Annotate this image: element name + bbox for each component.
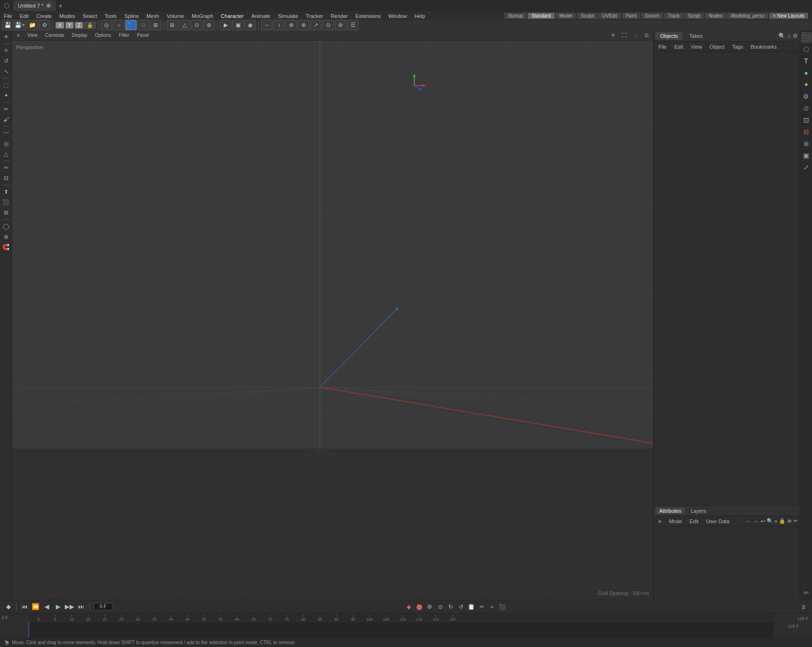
modeling-preset-label[interactable]: Modeling_perso — [727, 13, 768, 19]
vp-display-btn[interactable]: Display — [69, 31, 90, 40]
fill-btn[interactable]: ⬛ — [1, 198, 11, 207]
pinch-btn[interactable]: △ — [1, 149, 11, 159]
attr-userdata-btn[interactable]: User Data — [703, 518, 733, 525]
attr-menu-btn[interactable]: ≡ — [655, 518, 664, 525]
extrude-btn[interactable]: ⬆ — [1, 187, 11, 197]
transport-autokey-btn[interactable]: ⬤ — [415, 602, 424, 612]
menu-volume[interactable]: Volume — [163, 11, 188, 21]
layout-tab-script[interactable]: Script — [684, 13, 704, 19]
vp-more-btn[interactable]: ⋮ — [630, 31, 641, 40]
vp-menu-btn[interactable]: ≡ — [14, 31, 23, 40]
transport-cut-btn[interactable]: ✂ — [477, 602, 487, 612]
transport-clip-btn[interactable]: 📋 — [467, 602, 476, 612]
icon-field-btn[interactable]: ⊘ — [801, 103, 812, 113]
transport-diamond-btn[interactable]: ◆ — [4, 602, 13, 612]
transport-prev-key-btn[interactable]: ⏪ — [31, 602, 40, 612]
layout-tab-standard[interactable]: Standard — [528, 13, 555, 19]
transport-play-btn[interactable]: ▶ — [53, 602, 63, 612]
menu-tracker[interactable]: Tracker — [302, 11, 327, 21]
layout-tab-startup[interactable]: Startup — [504, 13, 527, 19]
grab-btn[interactable]: ◎ — [1, 139, 11, 148]
menu-window[interactable]: Window — [384, 11, 410, 21]
icon-pen-btn[interactable]: ✏ — [801, 587, 812, 598]
panel-tags-btn[interactable]: Tags — [729, 43, 746, 50]
transport-goto-end-btn[interactable]: ⏭ — [76, 602, 86, 612]
attr-mode-btn[interactable]: Mode — [666, 518, 685, 525]
menu-mograph[interactable]: MoGraph — [188, 11, 217, 21]
transport-stop-btn[interactable]: ⬛ — [498, 602, 507, 612]
mode-obj-btn[interactable]: ○ — [113, 20, 124, 30]
add-tab-btn[interactable]: + — [56, 1, 65, 10]
icon-mograph-btn[interactable]: ⊟ — [801, 127, 812, 137]
panel-object-btn[interactable]: Object — [707, 43, 727, 50]
axis-x-btn[interactable]: ↔ — [261, 20, 272, 30]
layout-tab-groom[interactable]: Groom — [641, 13, 664, 19]
attr-lock-icon[interactable]: 🔒 — [779, 518, 786, 524]
menu-create[interactable]: Create — [33, 11, 56, 21]
attr-edit-btn[interactable]: Edit — [687, 518, 701, 525]
transport-prev-frame-btn[interactable]: ◀ — [42, 602, 52, 612]
mode-texture-btn[interactable]: □ — [138, 20, 149, 30]
mode-active-btn[interactable]: 🔵 — [125, 20, 137, 30]
panel-edit-btn[interactable]: Edit — [672, 43, 686, 50]
attr-return-icon[interactable]: ↩ — [760, 518, 765, 525]
attr-back-icon[interactable]: ← — [746, 518, 752, 525]
menu-mesh[interactable]: Mesh — [143, 11, 163, 21]
transport-motion-btn[interactable]: ≈ — [488, 602, 497, 612]
coord-x-btn[interactable]: X — [55, 22, 64, 29]
menu-help[interactable]: Help — [410, 11, 429, 21]
axis-btn[interactable]: ⊕ — [203, 20, 215, 30]
iron-btn[interactable]: ⊟ — [1, 173, 11, 183]
transport-goto-start-btn[interactable]: ⏮ — [19, 602, 29, 612]
rotate-tool-btn[interactable]: ↺ — [1, 56, 11, 66]
coord-z-btn[interactable]: Z — [75, 22, 83, 29]
layout-tab-nodes[interactable]: Nodes — [705, 13, 726, 19]
attr-eye-icon[interactable]: 👁 — [787, 518, 792, 524]
menu-character[interactable]: Character — [217, 11, 247, 21]
panel-bookmarks-btn[interactable]: Bookmarks — [748, 43, 779, 50]
snap2-btn[interactable]: △ — [179, 20, 190, 30]
render-region-btn[interactable]: ▣ — [232, 20, 244, 30]
icon-cube-btn[interactable]: ⬡ — [801, 44, 812, 54]
weld-btn[interactable]: ⊞ — [1, 208, 11, 217]
center-btn[interactable]: ⊚ — [335, 20, 346, 30]
vp-cameras-btn[interactable]: Cameras — [42, 31, 67, 40]
menu-file[interactable]: File — [0, 11, 16, 21]
mode-model-btn[interactable]: ◎ — [101, 20, 112, 30]
icon-generator-btn[interactable]: ⊡ — [801, 115, 812, 125]
menu-extensions[interactable]: Extensions — [351, 11, 384, 21]
tab-objects[interactable]: Objects — [655, 32, 682, 40]
vp-fullscreen-btn[interactable]: ⛶ — [619, 31, 629, 40]
smooth-btn[interactable]: 〰 — [1, 129, 11, 138]
menu-edit[interactable]: Edit — [16, 11, 33, 21]
transport-timeline-btn[interactable]: ⧖ — [799, 602, 808, 612]
tab-takes[interactable]: Takes — [684, 32, 707, 40]
layout-tab-uvedit[interactable]: UVEdit — [599, 13, 621, 19]
vp-filter-btn[interactable]: Filter — [116, 31, 132, 40]
edge-cut-btn[interactable]: ✂ — [1, 163, 11, 173]
icon-select-btn[interactable]: ⬛ — [801, 32, 812, 43]
layout-tab-sculpt[interactable]: Sculpt — [577, 13, 598, 19]
normal-btn[interactable]: ↗ — [310, 20, 322, 30]
menu-simulate[interactable]: Simulate — [274, 11, 302, 21]
coord-lock-btn[interactable]: 🔒 — [84, 22, 96, 29]
panel-search-icon[interactable]: 🔍 — [778, 33, 786, 39]
toolbar-render-settings-btn[interactable]: ⚙ — [39, 20, 50, 30]
icon-light-btn[interactable]: ✦ — [801, 79, 812, 90]
viewport-canvas[interactable]: Perspective — [12, 41, 653, 600]
magnet-btn[interactable]: 🧲 — [1, 242, 11, 252]
layout-tab-track[interactable]: Track — [664, 13, 683, 19]
transport-sync-btn[interactable]: ⊙ — [436, 602, 445, 612]
icon-text-btn[interactable]: T — [801, 56, 812, 66]
parent-btn[interactable]: ⊕ — [298, 20, 309, 30]
icon-render-btn[interactable]: ▣ — [801, 150, 812, 161]
tab-layers[interactable]: Layers — [687, 508, 710, 514]
menu-tools[interactable]: Tools — [101, 11, 121, 21]
tab-close-btn[interactable]: ✕ — [46, 3, 51, 8]
transport-next-frame-btn[interactable]: ▶▶ — [65, 602, 74, 612]
pivot-btn[interactable]: ⊙ — [323, 20, 334, 30]
icon-camera-btn[interactable]: ● — [801, 68, 812, 78]
vp-panel-btn[interactable]: Panel — [134, 31, 152, 40]
mode-workplane-btn[interactable]: ⊞ — [150, 20, 161, 30]
active-tab[interactable]: Untitled 7 * ✕ — [13, 0, 56, 11]
